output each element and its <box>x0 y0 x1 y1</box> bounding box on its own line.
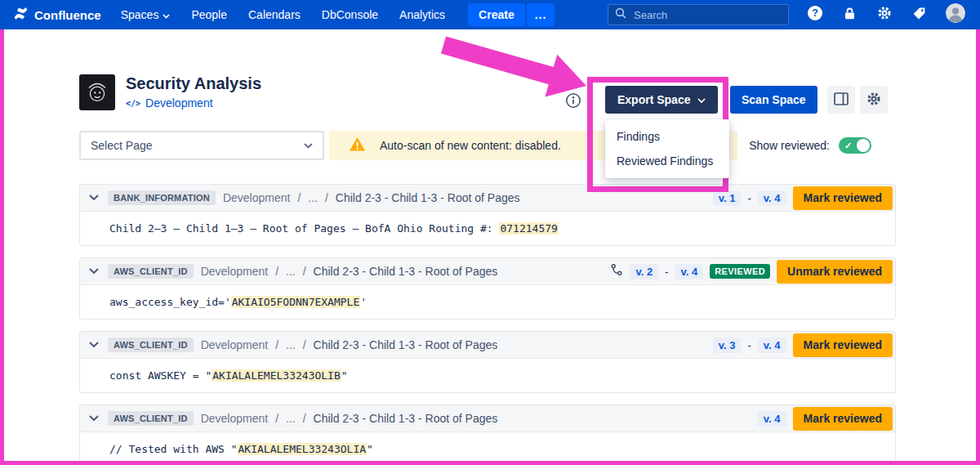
mark-reviewed-button[interactable]: Mark reviewed <box>793 186 893 210</box>
search-box[interactable] <box>608 4 789 25</box>
nav-item-calendars[interactable]: Calendars <box>248 8 301 21</box>
lock-icon[interactable] <box>842 6 858 25</box>
scan-space-button[interactable]: Scan Space <box>730 86 817 114</box>
secret-highlight: AKIALALEMEL33243OLIA <box>238 443 368 455</box>
page-header: Security Analysis </> Development <box>79 74 261 110</box>
finding-header: AWS_CLIENT_ID Development / ... / Child … <box>80 405 895 432</box>
version-to-chip[interactable]: v. 4 <box>758 338 786 353</box>
nav-item-spaces[interactable]: Spaces <box>121 8 171 21</box>
tag-icon[interactable] <box>911 6 927 25</box>
collapse-chevron-icon[interactable] <box>87 193 100 203</box>
breadcrumb-page[interactable]: Child 2-3 - Child 1-3 - Root of Pages <box>336 191 520 204</box>
export-menu: Findings Reviewed Findings <box>605 119 729 178</box>
code-prefix: aws_access_key_id=' <box>109 296 231 308</box>
collapse-chevron-icon[interactable] <box>87 266 100 276</box>
secret-highlight: 071214579 <box>499 222 558 235</box>
finding-header: BANK_INFORMATION Development / ... / Chi… <box>80 185 895 212</box>
version-to-chip[interactable]: v. 4 <box>675 264 703 279</box>
unmark-reviewed-button[interactable]: Unmark reviewed <box>777 260 893 284</box>
create-button[interactable]: Create <box>468 3 525 26</box>
export-space-label: Export Space <box>617 93 690 106</box>
collapse-chevron-icon[interactable] <box>87 340 100 350</box>
finding-card: AWS_CLIENT_ID Development / ... / Child … <box>79 405 896 465</box>
export-space-button[interactable]: Export Space <box>605 86 718 114</box>
svg-text:?: ? <box>812 7 818 19</box>
sidebar-layout-button[interactable] <box>827 86 855 114</box>
breadcrumb-separator: / <box>303 265 306 278</box>
page-select-label: Select Page <box>91 139 153 152</box>
mark-reviewed-button[interactable]: Mark reviewed <box>793 407 893 431</box>
toolbar: Select Page Auto-scan of new content: di… <box>79 131 896 160</box>
space-settings-button[interactable] <box>860 86 888 114</box>
breadcrumb-ellipsis[interactable]: ... <box>308 191 318 204</box>
info-icon[interactable] <box>565 92 581 109</box>
gear-icon <box>866 91 882 110</box>
breadcrumb-ellipsis[interactable]: ... <box>286 412 296 425</box>
breadcrumb-separator: / <box>275 338 278 351</box>
nav-item-dbconsole[interactable]: DbConsole <box>322 8 378 21</box>
finding-card: AWS_CLIENT_ID Development / ... / Child … <box>79 257 896 320</box>
breadcrumb-page[interactable]: Child 2-3 - Child 1-3 - Root of Pages <box>314 265 498 278</box>
code-prefix: Child 2–3 – Child 1–3 – Root of Pages – … <box>109 222 499 235</box>
finding-snippet: Child 2–3 – Child 1–3 – Root of Pages – … <box>80 212 895 245</box>
confluence-brand[interactable]: Confluence <box>13 6 101 25</box>
breadcrumb-space[interactable]: Development <box>201 412 269 425</box>
search-icon <box>615 7 626 22</box>
code-suffix: " <box>367 443 373 455</box>
finding-snippet: aws_access_key_id='AKIAIO5FODNN7EXAMPLE' <box>80 285 895 319</box>
version-to-chip[interactable]: v. 4 <box>758 411 786 427</box>
version-separator: - <box>747 192 751 204</box>
brand-name: Confluence <box>34 8 101 22</box>
check-icon: ✓ <box>844 140 852 151</box>
breadcrumb-ellipsis[interactable]: ... <box>286 338 296 351</box>
mark-reviewed-button[interactable]: Mark reviewed <box>793 333 893 357</box>
space-link[interactable]: Development <box>145 96 213 110</box>
avatar[interactable] <box>946 3 965 26</box>
finding-type-badge: BANK_INFORMATION <box>108 190 216 205</box>
search-input[interactable] <box>632 8 782 22</box>
gear-icon[interactable] <box>876 5 893 25</box>
version-to-chip[interactable]: v. 4 <box>758 190 786 206</box>
breadcrumb-space[interactable]: Development <box>201 338 269 351</box>
code-suffix: ' <box>360 296 367 308</box>
show-reviewed-toggle[interactable]: ✓ <box>839 137 871 154</box>
top-navbar: Confluence Spaces People Calendars DbCon… <box>0 0 980 29</box>
breadcrumb-ellipsis[interactable]: ... <box>286 265 296 278</box>
breadcrumb-separator: / <box>275 265 278 278</box>
breadcrumb-page[interactable]: Child 2-3 - Child 1-3 - Root of Pages <box>314 338 498 351</box>
toggle-knob <box>857 139 870 152</box>
breadcrumb-space[interactable]: Development <box>223 191 291 204</box>
finding-snippet: const AWSKEY = "AKIALALEMEL33243OLIB" <box>80 359 895 392</box>
breadcrumb-separator: / <box>303 412 306 425</box>
help-icon[interactable]: ? <box>807 5 823 25</box>
space-avatar[interactable] <box>79 74 115 110</box>
nav-item-people[interactable]: People <box>191 8 227 21</box>
collapse-chevron-icon[interactable] <box>87 414 100 423</box>
breadcrumb-separator: / <box>325 191 328 204</box>
more-button[interactable]: ... <box>527 3 555 26</box>
secret-highlight: AKIAIO5FODNN7EXAMPLE <box>231 296 361 308</box>
show-reviewed-control: Show reviewed: ✓ <box>749 131 871 160</box>
finding-type-badge: AWS_CLIENT_ID <box>108 411 194 426</box>
version-from-chip[interactable]: v. 3 <box>713 338 742 353</box>
breadcrumb-page[interactable]: Child 2-3 - Child 1-3 - Root of Pages <box>314 412 498 425</box>
branch-compare-icon[interactable] <box>610 263 623 279</box>
finding-type-badge: AWS_CLIENT_ID <box>108 338 194 352</box>
finding-header: AWS_CLIENT_ID Development / ... / Child … <box>80 332 895 359</box>
warning-text: Auto-scan of new content: disabled. <box>380 139 561 152</box>
breadcrumb-space[interactable]: Development <box>201 265 269 278</box>
export-menu-item-reviewed-findings[interactable]: Reviewed Findings <box>605 149 729 173</box>
finding-card: AWS_CLIENT_ID Development / ... / Child … <box>79 331 896 393</box>
version-from-chip[interactable]: v. 2 <box>630 264 658 279</box>
nav-item-analytics[interactable]: Analytics <box>399 8 445 21</box>
breadcrumb-separator: / <box>303 338 306 351</box>
finding-card: BANK_INFORMATION Development / ... / Chi… <box>79 184 896 246</box>
export-menu-item-findings[interactable]: Findings <box>605 124 729 149</box>
layout-icon <box>834 92 849 108</box>
page-select[interactable]: Select Page <box>79 131 324 160</box>
chevron-down-icon <box>163 8 170 21</box>
confluence-logo-icon <box>13 6 29 25</box>
breadcrumb-separator: / <box>297 191 301 204</box>
page-title: Security Analysis <box>126 74 261 92</box>
version-from-chip[interactable]: v. 1 <box>713 190 742 206</box>
